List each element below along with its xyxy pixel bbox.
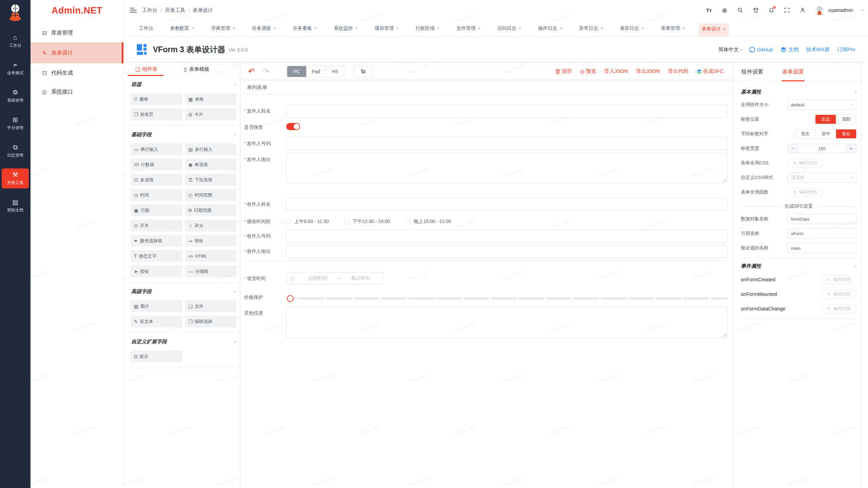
breadcrumb-item[interactable]: 工作台: [142, 7, 157, 14]
component-item-table[interactable]: ▦表格: [185, 93, 237, 105]
github-link[interactable]: GitHub: [749, 46, 773, 53]
component-item-time[interactable]: ◷时间: [131, 189, 182, 201]
sender-name-input[interactable]: [286, 105, 728, 118]
field-delivery-time[interactable]: *送货时间 ◷ 起始时间 - 截止时间: [244, 272, 730, 284]
component-item-html[interactable]: </>HTML: [185, 250, 237, 262]
close-tab-icon[interactable]: ×: [355, 26, 358, 31]
close-tab-icon[interactable]: ×: [273, 26, 276, 31]
import-json-button[interactable]: 导入JSON: [604, 68, 628, 75]
chevron-down-icon[interactable]: ›: [233, 84, 238, 85]
write-code-button[interactable]: ✎ 编写代码: [787, 188, 823, 197]
sender-phone-input[interactable]: [286, 137, 728, 150]
tab[interactable]: 异常日志×: [576, 23, 607, 34]
tab[interactable]: 参数配置×: [167, 23, 198, 34]
component-item-slider[interactable]: ⊸滑块: [185, 235, 237, 247]
breadcrumb-item[interactable]: 开发工具: [165, 7, 185, 14]
close-tab-icon[interactable]: ×: [642, 26, 644, 31]
subscribe-pro-link[interactable]: 订阅Pro: [837, 46, 855, 53]
tab[interactable]: 操作日志×: [535, 23, 566, 34]
chevron-down-icon[interactable]: ›: [853, 91, 858, 93]
component-item-counter[interactable]: 123计数器: [131, 159, 182, 170]
slider-track[interactable]: [288, 298, 728, 300]
chevron-down-icon[interactable]: ›: [233, 341, 238, 342]
rail-item-system[interactable]: ⚙ 系统管理: [2, 86, 29, 106]
close-tab-icon[interactable]: ×: [233, 26, 235, 31]
field-other-info[interactable]: 其他信息: [244, 307, 730, 338]
field-sender-address[interactable]: *发件人地址: [244, 153, 730, 183]
component-item-card[interactable]: ⊟卡片: [185, 108, 237, 120]
generate-sfc-button[interactable]: 生成SFC: [696, 68, 724, 75]
field-receiver-name[interactable]: *收件人姓名: [244, 198, 730, 211]
rail-item-platform[interactable]: ⊞ 平台管理: [2, 114, 29, 134]
close-tab-icon[interactable]: ×: [192, 26, 194, 31]
rail-item-workbench[interactable]: ⌂ 工作台: [2, 31, 29, 51]
custom-css-select[interactable]: 请选择 ›: [787, 172, 856, 183]
device-pc-button[interactable]: PC: [287, 66, 306, 77]
field-receiver-address[interactable]: *收件人地址: [244, 245, 730, 258]
close-tab-icon[interactable]: ×: [723, 27, 726, 32]
align-right-button[interactable]: 居右: [836, 129, 856, 138]
data-object-name-input[interactable]: [787, 214, 856, 224]
checkbox-morning[interactable]: 上午9:00 - 11:30: [286, 219, 329, 225]
checkbox-evening[interactable]: 晚上18:00 - 21:00: [406, 219, 451, 225]
sidebar-item-form-design[interactable]: ✎ 表单设计: [31, 42, 123, 63]
secret-switch[interactable]: [286, 123, 300, 130]
tab[interactable]: 访问日志×: [494, 23, 525, 34]
wx-group-link[interactable]: 技术WX群: [806, 46, 829, 53]
write-code-button[interactable]: ✎ 编写代码: [821, 275, 856, 284]
decrease-button[interactable]: −: [788, 144, 798, 153]
delivery-time-range-picker[interactable]: ◷ 起始时间 - 截止时间: [286, 272, 383, 284]
component-item-button[interactable]: ➤按钮: [131, 265, 182, 277]
tab[interactable]: 任务调度×: [249, 23, 279, 34]
component-item-static-text[interactable]: T静态文字: [131, 250, 182, 262]
tab[interactable]: 行政区域×: [412, 23, 443, 34]
export-code-button[interactable]: 导出代码: [668, 68, 688, 75]
slider-handle[interactable]: [287, 295, 294, 302]
write-css-button[interactable]: ✎ 编写CSS: [787, 159, 823, 168]
form-title[interactable]: 单列表单: [243, 84, 730, 95]
outline-tree-button[interactable]: [354, 66, 372, 77]
rail-item-logs[interactable]: ⧉ 日志管理: [2, 141, 29, 161]
chevron-down-icon[interactable]: ›: [853, 265, 858, 267]
tab[interactable]: 文件管理×: [453, 23, 484, 34]
component-item-radio[interactable]: ◉单选项: [185, 159, 237, 170]
language-select[interactable]: 简体中文 ›: [718, 46, 742, 53]
preview-button[interactable]: ◎ 预览: [580, 68, 596, 75]
close-tab-icon[interactable]: ×: [519, 26, 521, 31]
docs-link[interactable]: 文档: [780, 46, 798, 53]
component-item-input[interactable]: ▭单行输入: [131, 143, 182, 155]
profile-icon[interactable]: [799, 7, 806, 14]
close-tab-icon[interactable]: ×: [478, 26, 480, 31]
component-item-time-range[interactable]: ◴时间范围: [185, 189, 237, 201]
label-width-value[interactable]: 150: [798, 144, 846, 153]
rail-item-help-docs[interactable]: ▤ 帮助文档: [2, 196, 29, 216]
field-receive-period[interactable]: *接收时间段 上午9:00 - 11:30 下午12:30 - 18:00 晚上…: [244, 216, 730, 225]
label-position-top-button[interactable]: 顶部: [836, 115, 856, 124]
component-item-textarea[interactable]: ▤多行输入: [185, 143, 237, 155]
breadcrumb-item[interactable]: 表单设计: [193, 7, 213, 14]
close-tab-icon[interactable]: ×: [437, 26, 440, 31]
component-item-tabs[interactable]: ❐标签页: [131, 108, 182, 120]
tab-form-design-active[interactable]: 表单设计×: [698, 23, 729, 36]
field-is-secret[interactable]: 是否保密: [244, 123, 730, 132]
component-item-checkbox[interactable]: ☑多选项: [131, 174, 182, 186]
component-item-picture[interactable]: ▧图片: [131, 300, 182, 312]
language-icon[interactable]: ⊕: [721, 7, 728, 14]
tab-widget-settings[interactable]: 组件设置: [741, 63, 764, 81]
align-center-button[interactable]: 居中: [815, 129, 836, 138]
rail-item-business-test[interactable]: ➣ 业务测试: [2, 59, 29, 79]
sidebar-item-code-gen[interactable]: ⊡ 代码生成: [31, 63, 123, 82]
component-item-cascader[interactable]: ❒级联选择: [185, 316, 237, 327]
ref-name-input[interactable]: [787, 228, 856, 239]
tab-workbench[interactable]: 工作台: [136, 23, 157, 34]
font-size-icon[interactable]: Tᴛ: [706, 7, 712, 14]
close-tab-icon[interactable]: ×: [559, 26, 562, 31]
component-item-file[interactable]: ❏文件: [185, 300, 237, 312]
chevron-down-icon[interactable]: ›: [233, 291, 238, 292]
form-canvas[interactable]: 单列表单 *发件人姓名 是否保密 *发件人号码 *发件人地址 *收件人姓名: [241, 80, 732, 488]
component-item-color-picker[interactable]: ✒颜色选择器: [131, 235, 182, 247]
receiver-address-input[interactable]: [286, 245, 728, 258]
component-item-alert-tip[interactable]: Ω提示: [131, 350, 182, 362]
close-tab-icon[interactable]: ×: [396, 26, 399, 31]
tab-form-settings[interactable]: 表单设置: [782, 63, 805, 81]
